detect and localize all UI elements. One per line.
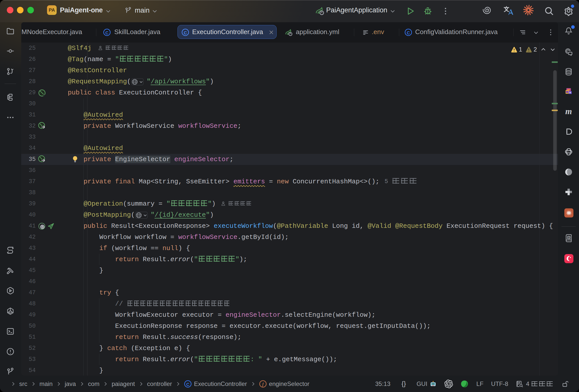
- svg-text:C: C: [105, 31, 108, 35]
- svg-text:A: A: [568, 236, 570, 239]
- svg-text:C: C: [186, 382, 189, 387]
- svg-text:f: f: [262, 382, 264, 387]
- svg-text:C: C: [407, 31, 410, 35]
- svg-text:C: C: [184, 31, 187, 35]
